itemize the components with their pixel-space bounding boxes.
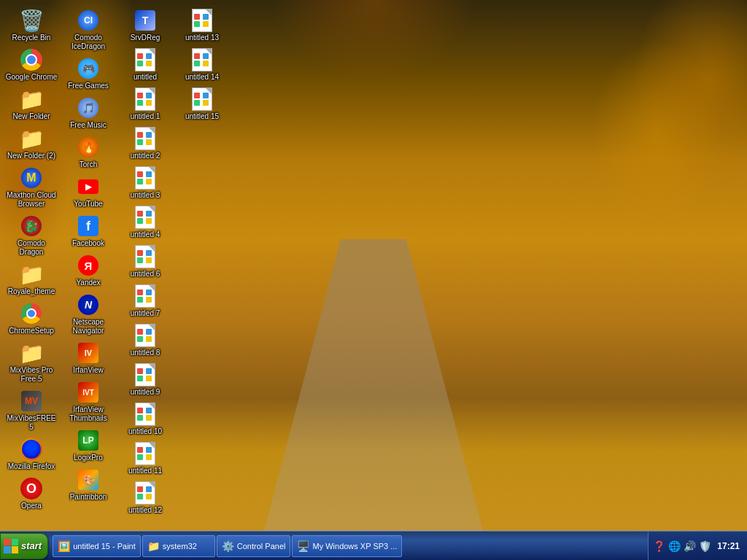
untitled14-label: untitled 14 xyxy=(185,73,219,82)
desktop-icon-untitled8[interactable]: untitled 8 xyxy=(117,321,174,360)
desktop-icon-free-music[interactable]: 🎵 Free Music xyxy=(60,93,117,133)
untitled11-icon xyxy=(133,442,157,465)
desktop-icon-new-folder[interactable]: 📁 New Folder xyxy=(3,85,60,124)
mixvibes-label: MixVibesFREE5 xyxy=(5,414,58,432)
google-chrome-label: Google Chrome xyxy=(6,73,58,82)
untitled8-label: untitled 8 xyxy=(131,349,160,357)
srvdreg-icon: T xyxy=(133,9,157,32)
start-label: start xyxy=(21,540,42,551)
untitled10-label: untitled 10 xyxy=(128,427,162,436)
mixvibes-pro-label: MixVibes Pro Free 5 xyxy=(5,366,58,384)
desktop: 🗑️ Recycle Bin Google Chrome 📁 New Folde… xyxy=(0,0,747,531)
untitled12-label: untitled 12 xyxy=(128,506,162,515)
untitled13-icon xyxy=(190,9,214,32)
comodo-dragon-label: Comodo Dragon xyxy=(5,239,58,257)
desktop-icon-untitled10[interactable]: untitled 10 xyxy=(117,400,174,439)
desktop-icon-irfanview-thumbnails[interactable]: IVT IrfanView Thumbnails xyxy=(60,378,117,426)
untitled1-icon xyxy=(133,88,157,111)
facebook-label: Facebook xyxy=(72,239,104,248)
desktop-icon-untitled6[interactable]: untitled 6 xyxy=(117,242,174,281)
desktop-icon-untitled9[interactable]: untitled 9 xyxy=(117,360,174,400)
taskbar-item-my-windows-xp[interactable]: 🖥️ My Windows XP SP3 ... xyxy=(292,535,402,557)
help-tray-icon[interactable]: ❓ xyxy=(653,540,665,552)
untitled15-icon xyxy=(190,88,214,111)
paintribbon-icon: 🎨 xyxy=(77,468,100,491)
desktop-icon-paintribbon[interactable]: 🎨 Paintribbon xyxy=(60,465,117,505)
desktop-icon-untitled-file[interactable]: untitled xyxy=(117,45,174,85)
irfanview-thumbnails-label: IrfanView Thumbnails xyxy=(62,405,115,423)
desktop-icon-untitled11[interactable]: untitled 11 xyxy=(117,439,174,478)
maxthon-label: Maxthon Cloud Browser xyxy=(5,191,58,209)
start-button[interactable]: start xyxy=(0,533,48,559)
taskbar-item-system32[interactable]: 📁 system32 xyxy=(142,535,215,557)
free-music-label: Free Music xyxy=(70,121,106,130)
desktop-icon-opera[interactable]: O Opera xyxy=(3,474,60,513)
taskbar-item-untitled15-paint-label: untitled 15 - Paint xyxy=(73,542,136,551)
windows-flag-icon xyxy=(4,539,18,553)
desktop-icon-comodo-icedragon[interactable]: CI Comodo IceDragon xyxy=(60,6,117,54)
desktop-icon-untitled2[interactable]: untitled 2 xyxy=(117,124,174,163)
untitled9-icon xyxy=(133,363,157,386)
desktop-icon-untitled4[interactable]: untitled 4 xyxy=(117,203,174,242)
taskbar-item-my-windows-xp-label: My Windows XP SP3 ... xyxy=(312,542,397,551)
free-games-label: Free Games xyxy=(68,82,109,90)
paint-icon: 🖼️ xyxy=(58,540,70,552)
google-chrome-icon xyxy=(20,48,43,71)
paintribbon-label: Paintribbon xyxy=(70,493,107,502)
logixpro-icon: LP xyxy=(77,429,100,452)
desktop-icon-mixvibes-pro[interactable]: 📁 MixVibes Pro Free 5 xyxy=(3,338,60,386)
untitled2-label: untitled 2 xyxy=(131,152,160,160)
taskbar: start 🖼️ untitled 15 - Paint 📁 system32 … xyxy=(0,531,747,560)
new-folder-label: New Folder xyxy=(12,112,50,121)
desktop-icon-new-folder2[interactable]: 📁 New Folder (2) xyxy=(3,124,60,163)
shield-tray-icon[interactable]: 🛡️ xyxy=(699,540,711,552)
taskbar-item-untitled15-paint[interactable]: 🖼️ untitled 15 - Paint xyxy=(53,535,141,557)
desktop-icon-untitled1[interactable]: untitled 1 xyxy=(117,85,174,124)
desktop-icon-untitled15[interactable]: untitled 15 xyxy=(174,85,231,124)
untitled-file-label: untitled xyxy=(133,73,157,82)
desktop-icon-free-games[interactable]: 🎮 Free Games xyxy=(60,54,117,93)
desktop-icon-irfanview[interactable]: IV IrfanView xyxy=(60,338,117,378)
desktop-icon-google-chrome[interactable]: Google Chrome xyxy=(3,45,60,85)
taskbar-item-control-panel[interactable]: ⚙️ Control Panel xyxy=(217,535,291,557)
untitled15-label: untitled 15 xyxy=(185,112,219,121)
desktop-icon-untitled3[interactable]: untitled 3 xyxy=(117,163,174,203)
untitled6-label: untitled 6 xyxy=(131,270,160,279)
desktop-icon-untitled13[interactable]: untitled 13 xyxy=(174,6,231,45)
untitled7-icon xyxy=(133,284,157,308)
desktop-icon-mixvibes[interactable]: MV MixVibesFREE5 xyxy=(3,386,60,435)
mozilla-firefox-icon xyxy=(20,438,43,461)
desktop-icon-netscape[interactable]: N Netscape Navigator xyxy=(60,290,117,338)
volume-tray-icon[interactable]: 🔊 xyxy=(684,540,696,552)
desktop-icon-royale-theme[interactable]: 📁 Royale_theme xyxy=(3,260,60,299)
desktop-icon-torch[interactable]: 🔥 Torch xyxy=(60,133,117,172)
youtube-label: YouTube xyxy=(74,200,102,209)
royale-theme-icon: 📁 xyxy=(20,262,43,286)
taskbar-item-system32-label: system32 xyxy=(163,542,197,551)
desktop-icon-mozilla-firefox[interactable]: Mozilla Firefox xyxy=(3,435,60,474)
untitled3-icon xyxy=(133,166,157,190)
network-tray-icon[interactable]: 🌐 xyxy=(668,540,681,552)
untitled-file-icon xyxy=(133,48,157,71)
system-clock: 17:21 xyxy=(714,541,743,551)
desktop-icon-untitled14[interactable]: untitled 14 xyxy=(174,45,231,85)
desktop-icon-comodo-dragon[interactable]: 🐉 Comodo Dragon xyxy=(3,211,60,260)
desktop-icon-youtube[interactable]: ▶ YouTube xyxy=(60,172,117,211)
untitled8-icon xyxy=(133,324,157,347)
desktop-icon-yandex[interactable]: Я Yandex xyxy=(60,251,117,290)
desktop-icon-facebook[interactable]: f Facebook xyxy=(60,211,117,251)
desktop-icon-untitled7[interactable]: untitled 7 xyxy=(117,281,174,321)
desktop-icon-srvdreg[interactable]: T SrvDReg xyxy=(117,6,174,45)
taskbar-items: 🖼️ untitled 15 - Paint 📁 system32 ⚙️ Con… xyxy=(51,532,648,560)
irfanview-icon: IV xyxy=(77,341,100,365)
desktop-icon-maxthon[interactable]: M Maxthon Cloud Browser xyxy=(3,163,60,211)
desktop-icon-recycle-bin[interactable]: 🗑️ Recycle Bin xyxy=(3,6,60,45)
desktop-icon-untitled12[interactable]: untitled 12 xyxy=(117,478,174,518)
irfanview-thumbnails-icon: IVT xyxy=(77,381,100,404)
free-music-icon: 🎵 xyxy=(77,96,100,120)
desktop-icon-chromesetup[interactable]: ChromeSetup xyxy=(3,299,60,338)
opera-icon: O xyxy=(20,477,43,500)
royale-theme-label: Royale_theme xyxy=(8,287,55,296)
chromesetup-label: ChromeSetup xyxy=(9,327,54,335)
desktop-icon-logixpro[interactable]: LP LogixPro xyxy=(60,426,117,465)
